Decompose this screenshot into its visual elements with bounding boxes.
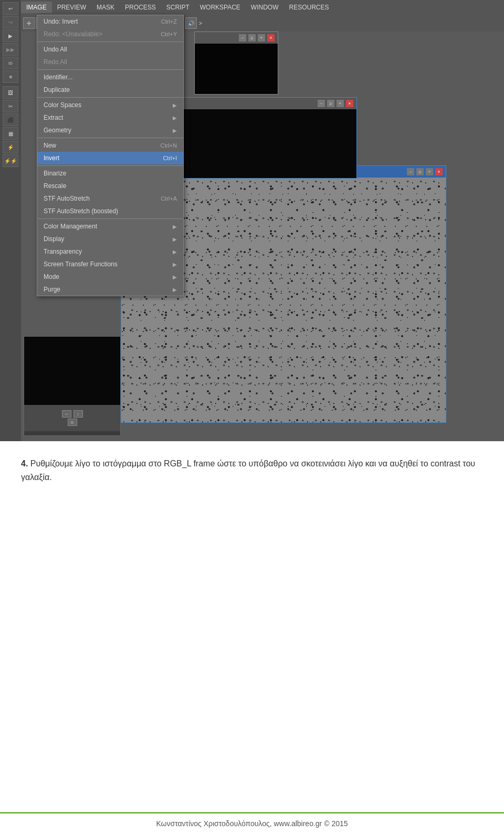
wcl-close[interactable]: ×: [435, 168, 443, 175]
wc-add[interactable]: +: [258, 34, 265, 41]
wcl-maximize[interactable]: ≥: [416, 168, 424, 175]
tool-skip[interactable]: ▶▶: [3, 43, 18, 56]
wc2-maximize[interactable]: ≥: [327, 100, 334, 107]
wc-minimize[interactable]: –: [239, 34, 246, 41]
tool-stf2[interactable]: ⚡⚡: [3, 154, 18, 167]
thumb-ctrl-row1: ↔ ↕: [62, 410, 83, 418]
menu-item-color-mgmt[interactable]: Color Management ▶: [37, 220, 183, 233]
menu-item-transparency[interactable]: Transparency ▶: [37, 245, 183, 258]
menu-preview[interactable]: PREVIEW: [52, 2, 91, 13]
menu-item-extract[interactable]: Extract ▶: [37, 111, 183, 124]
menu-item-duplicate[interactable]: Duplicate: [37, 84, 183, 96]
tool-img[interactable]: 🖼: [3, 86, 18, 99]
menu-item-undo-label: Undo: Invert: [44, 18, 78, 25]
sep6: [37, 218, 183, 219]
wc-maximize[interactable]: ≥: [248, 34, 256, 41]
menu-item-undo-all[interactable]: Undo All: [37, 43, 183, 56]
menu-item-geometry[interactable]: Geometry ▶: [37, 124, 183, 137]
menu-item-redo-all-label: Redo All: [44, 58, 67, 66]
thumb-btn2[interactable]: ↕: [74, 410, 83, 418]
wc2-close[interactable]: ×: [346, 100, 353, 107]
menu-item-binarize[interactable]: Binarize: [37, 167, 183, 180]
menu-item-stf2-label: Screen Transfer Functions: [44, 261, 118, 268]
tool-dup[interactable]: ⊕: [3, 70, 18, 83]
menu-item-extract-label: Extract: [44, 114, 63, 121]
menu-item-purge[interactable]: Purge ▶: [37, 283, 183, 296]
menu-item-stf-boosted[interactable]: STF AutoStretch (boosted): [37, 205, 183, 217]
step-paragraph: 4. Ρυθμίζουμε λίγο το ιστόγραμμα στο RGB…: [21, 457, 483, 484]
tool-id[interactable]: ID: [3, 57, 18, 69]
menu-resources[interactable]: RESOURCES: [284, 2, 334, 13]
stars-field1: [195, 44, 278, 94]
thumb-stars: [24, 337, 120, 405]
left-sidebar: ↩ ↪ ▶ ▶▶ ID ⊕ 🖼 ✂ ⬛ ▦ ⚡ ⚡⚡: [0, 0, 21, 441]
tool-redo[interactable]: ↪: [3, 16, 18, 28]
menu-item-new-label: New: [44, 142, 56, 149]
window-small1-controls: – ≥ + ×: [239, 34, 275, 41]
tool-undo[interactable]: ↩: [3, 2, 18, 15]
sep1: [37, 41, 183, 42]
menu-item-stf-label: STF AutoStretch: [44, 195, 90, 202]
window-small2-controls: – ≥ + ×: [318, 100, 353, 107]
menu-script[interactable]: SCRIPT: [161, 2, 195, 13]
window-small1: – ≥ + ×: [194, 32, 278, 95]
toolbar-play[interactable]: 🔊: [185, 17, 197, 29]
wc-close[interactable]: ×: [267, 34, 275, 41]
menu-item-invert[interactable]: Invert Ctrl+I: [37, 152, 183, 164]
content-area: 4. Ρυθμίζουμε λίγο το ιστόγραμμα στο RGB…: [0, 441, 504, 494]
sep5: [37, 165, 183, 166]
tool-stf[interactable]: ⚡: [3, 141, 18, 153]
window-small1-content: [195, 44, 278, 94]
menu-item-redo-shortcut: Ctrl+Y: [161, 31, 177, 37]
menu-bar: IMAGE PREVIEW MASK PROCESS SCRIPT WORKSP…: [21, 0, 504, 15]
menu-item-rescale-label: Rescale: [44, 182, 66, 190]
menu-item-redo[interactable]: Redo: <Unavailable> Ctrl+Y: [37, 28, 183, 40]
tool-crop[interactable]: ✂: [3, 100, 18, 112]
menu-item-geometry-arrow: ▶: [173, 128, 177, 133]
menu-item-extract-arrow: ▶: [173, 115, 177, 121]
menu-process[interactable]: PROCESS: [120, 2, 161, 13]
menu-item-binarize-label: Binarize: [44, 170, 66, 177]
menu-item-rescale[interactable]: Rescale: [37, 180, 183, 192]
menu-item-undo[interactable]: Undo: Invert Ctrl+Z: [37, 15, 183, 28]
menu-item-display-label: Display: [44, 235, 64, 243]
tool-bin[interactable]: ▦: [3, 127, 18, 140]
menu-item-stf-shortcut: Ctrl+A: [161, 195, 177, 202]
menu-item-purge-label: Purge: [44, 286, 60, 293]
menu-item-invert-shortcut: Ctrl+I: [163, 155, 177, 161]
wc2-minimize[interactable]: –: [318, 100, 325, 107]
menu-item-color-spaces[interactable]: Color Spaces ▶: [37, 99, 183, 111]
menu-item-invert-label: Invert: [44, 154, 59, 162]
footer: Κωνσταντίνος Χριστοδουλόπουλος, www.albi…: [0, 812, 504, 833]
tool-inv[interactable]: ⬛: [3, 113, 18, 126]
menu-item-stf[interactable]: STF AutoStretch Ctrl+A: [37, 192, 183, 205]
wcl-minimize[interactable]: –: [407, 168, 414, 175]
menu-mask[interactable]: MASK: [91, 2, 120, 13]
menu-item-new-shortcut: Ctrl+N: [161, 142, 177, 149]
menu-item-identifier[interactable]: Identifier...: [37, 71, 183, 84]
menu-item-stf2[interactable]: Screen Transfer Functions ▶: [37, 258, 183, 270]
menu-item-identifier-label: Identifier...: [44, 74, 72, 81]
menu-item-purge-arrow: ▶: [173, 287, 177, 293]
step-number: 4.: [21, 459, 28, 468]
window-small1-title: – ≥ + ×: [195, 32, 278, 44]
menu-item-redo-label: Redo: <Unavailable>: [44, 30, 102, 38]
thumb-btn3[interactable]: ⊙: [68, 419, 77, 426]
menu-item-color-spaces-label: Color Spaces: [44, 101, 81, 109]
toolbar-crosshair[interactable]: ✛: [23, 17, 35, 29]
menu-item-color-spaces-arrow: ▶: [173, 102, 177, 108]
menu-item-transparency-label: Transparency: [44, 248, 82, 255]
wcl-add[interactable]: +: [426, 168, 433, 175]
wc2-add[interactable]: +: [337, 100, 344, 107]
menu-item-mode-arrow: ▶: [173, 274, 177, 280]
tool-open[interactable]: ▶: [3, 29, 18, 42]
menu-workspace[interactable]: WORKSPACE: [195, 2, 246, 13]
menu-image[interactable]: IMAGE: [21, 2, 52, 13]
menu-window[interactable]: WINDOW: [246, 2, 284, 13]
menu-item-new[interactable]: New Ctrl+N: [37, 139, 183, 152]
menu-item-display[interactable]: Display ▶: [37, 233, 183, 245]
thumb-btn1[interactable]: ↔: [62, 410, 71, 418]
menu-item-mode[interactable]: Mode ▶: [37, 270, 183, 283]
menu-item-redo-all[interactable]: Redo All: [37, 56, 183, 68]
thumbnail-area: ↔ ↕ ⊙: [24, 336, 121, 436]
